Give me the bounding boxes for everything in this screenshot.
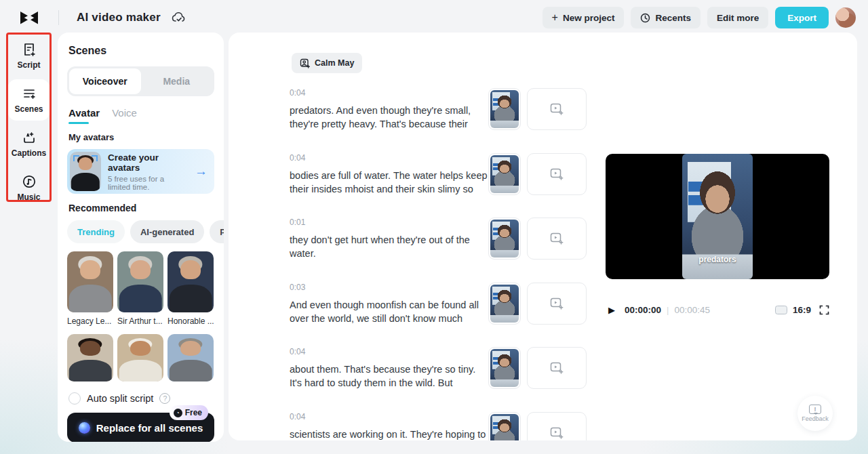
total-duration: 00:00:45 bbox=[674, 305, 710, 315]
scenes-icon bbox=[22, 86, 37, 101]
news-anchor-thumb bbox=[490, 349, 519, 387]
feedback-button[interactable]: ! Feedback bbox=[797, 396, 833, 431]
video-preview-player[interactable]: predators bbox=[606, 154, 829, 279]
rail-label: Captions bbox=[12, 148, 46, 158]
tab-voiceover[interactable]: Voiceover bbox=[69, 68, 141, 94]
avatar-grid-row2 bbox=[67, 334, 214, 381]
capcut-logo-icon[interactable] bbox=[19, 9, 39, 26]
fullscreen-icon[interactable] bbox=[819, 305, 829, 315]
panel-title: Scenes bbox=[68, 45, 214, 57]
cloud-sync-icon[interactable] bbox=[172, 12, 186, 24]
add-media-slot[interactable] bbox=[527, 412, 587, 441]
add-media-slot[interactable] bbox=[527, 153, 587, 195]
add-media-slot[interactable] bbox=[527, 218, 587, 260]
chip-ai-generated[interactable]: AI-generated bbox=[130, 220, 204, 243]
arrow-right-icon[interactable]: → bbox=[195, 164, 208, 179]
top-bar: AI video maker + New project Recents Edi… bbox=[0, 0, 868, 35]
category-chips: Trending AI-generated Profes bbox=[67, 220, 224, 243]
rail-item-script[interactable]: Script bbox=[7, 35, 50, 77]
video-caption: predators bbox=[698, 255, 736, 264]
scene-text[interactable]: predators. And even though they're small… bbox=[290, 104, 488, 131]
avatar-card[interactable] bbox=[67, 334, 113, 381]
news-anchor-thumb bbox=[490, 90, 519, 128]
recommended-label: Recommended bbox=[68, 203, 213, 213]
help-icon[interactable]: ? bbox=[159, 393, 170, 404]
export-button[interactable]: Export bbox=[775, 7, 829, 28]
user-avatar[interactable] bbox=[835, 7, 856, 28]
scene-thumbnail[interactable] bbox=[488, 153, 521, 195]
avatar-card[interactable]: Sir Arthur t... bbox=[117, 251, 163, 326]
scene-row[interactable]: 0:04 about them. That's because they're … bbox=[290, 337, 825, 403]
news-anchor-thumb bbox=[490, 414, 519, 441]
avatar-image bbox=[117, 251, 163, 312]
rail-item-captions[interactable]: Captions bbox=[7, 123, 50, 165]
create-avatars-banner[interactable]: Create your avatars 5 free uses for a li… bbox=[67, 149, 214, 194]
scene-thumbnail[interactable] bbox=[488, 347, 521, 389]
avatar-card[interactable] bbox=[167, 334, 214, 381]
rail-label: Script bbox=[17, 60, 40, 70]
chip-trending[interactable]: Trending bbox=[67, 220, 125, 243]
avatar-card[interactable] bbox=[117, 334, 163, 381]
speaker-chip[interactable]: Calm May bbox=[292, 53, 362, 73]
avatar-grid-row1: Legacy Le... Sir Arthur t... Honorable .… bbox=[67, 251, 214, 326]
feedback-bubble-icon: ! bbox=[809, 405, 821, 414]
tab-voice[interactable]: Voice bbox=[112, 107, 137, 124]
rail-item-music[interactable]: Music bbox=[7, 167, 50, 209]
news-anchor-thumb bbox=[490, 285, 519, 323]
add-media-slot[interactable] bbox=[527, 347, 587, 389]
music-icon bbox=[22, 174, 37, 189]
avatar-image bbox=[67, 334, 113, 381]
scene-text[interactable]: about them. That's because they're so ti… bbox=[290, 363, 488, 390]
script-icon bbox=[22, 42, 37, 57]
avatar-card[interactable]: Legacy Le... bbox=[67, 251, 113, 326]
scene-text[interactable]: they don't get hurt when they're out of … bbox=[290, 233, 488, 260]
scene-thumbnail[interactable] bbox=[488, 412, 521, 441]
video-add-icon bbox=[550, 427, 564, 439]
video-add-icon bbox=[550, 103, 564, 115]
aspect-ratio-value[interactable]: 16:9 bbox=[793, 305, 811, 315]
video-add-icon bbox=[550, 297, 564, 310]
scene-row[interactable]: 0:04 predators. And even though they're … bbox=[290, 79, 825, 144]
chip-professional[interactable]: Profes bbox=[210, 220, 224, 243]
main-canvas: Calm May 0:04 predators. And even though… bbox=[229, 33, 857, 440]
my-avatars-label: My avatars bbox=[68, 132, 213, 142]
scene-text[interactable]: scientists are working on it. They're ho… bbox=[290, 428, 488, 441]
page-title: AI video maker bbox=[77, 11, 161, 24]
tab-media[interactable]: Media bbox=[141, 68, 213, 94]
aspect-ratio-icon[interactable] bbox=[775, 306, 787, 314]
auto-split-label: Auto split script bbox=[87, 393, 153, 404]
edit-more-button[interactable]: Edit more bbox=[707, 7, 768, 28]
auto-split-checkbox[interactable] bbox=[68, 392, 81, 405]
player-controls: ▶ 00:00:00 | 00:00:45 16:9 bbox=[606, 300, 829, 320]
time-divider: | bbox=[667, 305, 669, 315]
scene-thumbnail[interactable] bbox=[488, 283, 521, 325]
scene-thumbnail[interactable] bbox=[488, 88, 521, 130]
tab-avatar[interactable]: Avatar bbox=[68, 107, 100, 124]
play-button[interactable]: ▶ bbox=[608, 305, 615, 315]
news-anchor-thumb bbox=[490, 220, 519, 257]
scene-text[interactable]: And even though moonfish can be found al… bbox=[290, 298, 488, 325]
clock-icon: ◔ bbox=[174, 409, 182, 417]
scene-thumbnail[interactable] bbox=[488, 218, 521, 260]
plus-icon: + bbox=[552, 12, 558, 23]
new-project-button[interactable]: + New project bbox=[542, 7, 625, 28]
avatar-image bbox=[167, 251, 214, 312]
scene-text[interactable]: bodies are full of water. The water help… bbox=[290, 169, 488, 196]
recents-button[interactable]: Recents bbox=[631, 7, 701, 28]
scene-row[interactable]: 0:04 scientists are working on it. They'… bbox=[290, 403, 825, 441]
avatar-card[interactable]: Honorable ... bbox=[167, 251, 214, 326]
avatar-name: Sir Arthur t... bbox=[117, 316, 163, 326]
add-media-slot[interactable] bbox=[527, 283, 587, 325]
voiceover-media-switch: Voiceover Media bbox=[67, 66, 214, 96]
add-media-slot[interactable] bbox=[527, 88, 587, 130]
video-add-icon bbox=[550, 168, 564, 180]
avatar-image bbox=[67, 251, 113, 312]
free-badge: ◔ Free bbox=[170, 405, 208, 420]
banner-avatar-image bbox=[70, 152, 101, 191]
avatar-image bbox=[117, 334, 163, 381]
divider bbox=[58, 10, 59, 25]
tool-rail: Script Scenes Captions Music bbox=[6, 33, 52, 211]
captions-icon bbox=[22, 130, 37, 145]
rail-item-scenes[interactable]: Scenes bbox=[7, 79, 50, 121]
auto-split-row: Auto split script ? bbox=[68, 392, 213, 405]
